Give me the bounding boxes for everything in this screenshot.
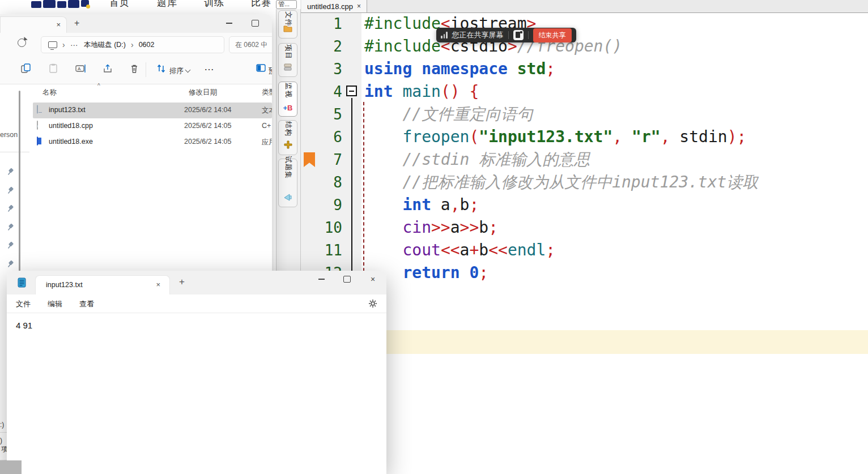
explorer-titlebar[interactable]: × + xyxy=(0,14,272,33)
sort-button[interactable]: 排序 xyxy=(169,66,190,76)
line-number[interactable]: 11 xyxy=(300,239,342,262)
share-status-text: 您正在共享屏幕 xyxy=(452,30,504,40)
sidebar-tab-试题集[interactable]: 试题集 xyxy=(278,159,297,207)
file-row[interactable]: input123.txt2025/6/2 14:04文本 xyxy=(33,103,272,118)
explorer-toolbar: A 排序 … 预览 xyxy=(0,57,272,84)
line-number[interactable]: 9 xyxy=(300,194,342,216)
paste-icon[interactable] xyxy=(48,63,58,76)
pin-icon[interactable] xyxy=(7,241,14,251)
settings-gear-icon[interactable] xyxy=(368,299,377,310)
browser-nav-item[interactable]: 题库 xyxy=(157,0,177,9)
nav-scrollbar[interactable] xyxy=(19,91,20,272)
breadcrumb-folder[interactable]: 0602 xyxy=(139,41,155,49)
column-header-type[interactable]: 类型 xyxy=(262,88,272,97)
code-line: 10 cin>>a>>b; xyxy=(300,216,868,239)
sidebar-tab-label: 试题集 xyxy=(283,156,293,179)
notepad-maximize-button[interactable] xyxy=(334,271,359,288)
exe-file-icon xyxy=(37,137,38,145)
sidebar-tab-文件[interactable]: 文件 xyxy=(278,10,297,39)
copy-icon[interactable] xyxy=(21,63,31,76)
file-type: 应用 xyxy=(262,138,272,147)
line-number[interactable]: 2 xyxy=(300,35,342,58)
rename-icon[interactable]: A xyxy=(75,63,87,76)
pin-icon[interactable] xyxy=(7,204,14,215)
notepad-close-button[interactable]: × xyxy=(360,271,385,288)
browser-nav-item[interactable]: 首页 xyxy=(109,0,130,9)
delete-icon[interactable] xyxy=(129,63,139,76)
notepad-menu-file[interactable]: 文件 xyxy=(16,299,31,309)
address-bar[interactable]: › … 本地磁盘 (D:) › 0602 xyxy=(41,36,224,53)
notepad-menu-view[interactable]: 查看 xyxy=(79,299,94,309)
code-text[interactable]: //stdin 标准输入的意思 xyxy=(364,148,590,171)
toolbar-more-button[interactable]: … xyxy=(204,61,215,73)
preview-button[interactable]: 预览 xyxy=(269,66,272,76)
editor-tab-untitled18[interactable]: untitled18.cpp × xyxy=(301,0,367,12)
code-text[interactable]: int main() { xyxy=(364,80,479,103)
refresh-icon[interactable] xyxy=(18,39,26,47)
notepad-tab[interactable]: input123.txt × xyxy=(35,275,170,294)
sidebar-tab-label: 结构 xyxy=(283,121,293,136)
pin-icon[interactable] xyxy=(7,168,14,178)
notepad-tab-close-icon[interactable]: × xyxy=(156,280,160,289)
stop-sharing-button[interactable]: 结束共享 xyxy=(533,28,572,42)
code-text[interactable]: //文件重定向语句 xyxy=(364,103,533,126)
site-logo[interactable] xyxy=(31,0,91,8)
column-header-date[interactable]: 修改日期 xyxy=(189,88,217,97)
notepad-minimize-button[interactable] xyxy=(309,271,334,288)
explorer-new-tab-button[interactable]: + xyxy=(74,18,79,28)
pin-icon[interactable] xyxy=(7,186,14,197)
code-text[interactable]: //把标准输入修改为从文件中input123.txt读取 xyxy=(364,171,758,194)
share-window-icon[interactable] xyxy=(513,30,524,40)
code-text[interactable]: freopen("input123.txt", "r", stdin); xyxy=(364,126,746,148)
sidebar-tab-结构[interactable]: 结构 xyxy=(278,120,297,155)
sidebar-tab-项目[interactable]: 项目 xyxy=(278,43,297,77)
explorer-tab[interactable]: × xyxy=(0,16,67,33)
code-text[interactable]: cin>>a>>b; xyxy=(364,216,498,239)
line-number[interactable]: 4 xyxy=(300,80,342,103)
editor-tab-close-icon[interactable]: × xyxy=(357,2,361,10)
explorer-maximize-button[interactable] xyxy=(252,20,259,27)
divider xyxy=(508,31,509,39)
code-text[interactable]: cout<<a+b<<endl; xyxy=(364,239,555,262)
nav-pane-fragment[interactable]: erson xyxy=(0,131,18,139)
share-icon[interactable] xyxy=(103,63,113,76)
file-row[interactable]: CPPuntitled18.cpp2025/6/2 14:05C+ xyxy=(33,118,272,134)
code-line: 8 //把标准输入修改为从文件中input123.txt读取 xyxy=(300,171,868,194)
pin-icon[interactable] xyxy=(7,223,14,233)
line-number[interactable]: 1 xyxy=(300,12,342,35)
breadcrumb-drive[interactable]: 本地磁盘 (D:) xyxy=(84,40,126,50)
file-date: 2025/6/2 14:05 xyxy=(184,122,231,130)
notepad-titlebar[interactable]: input123.txt × + × xyxy=(7,271,386,294)
sidebar-tab-监视[interactable]: 监视+B xyxy=(278,82,297,117)
code-text[interactable]: using namespace std; xyxy=(364,58,555,80)
breadcrumb-ellipsis[interactable]: … xyxy=(70,39,79,48)
project-icon xyxy=(283,63,292,73)
line-number[interactable]: 3 xyxy=(300,58,342,80)
signal-bars-icon xyxy=(441,32,448,39)
browser-nav-item[interactable]: 训练 xyxy=(204,0,224,9)
browser-nav-item[interactable]: 比赛 xyxy=(251,0,271,9)
code-line: 6 freopen("input123.txt", "r", stdin); xyxy=(300,126,868,148)
notepad-new-tab-button[interactable]: + xyxy=(179,276,185,288)
pin-icon[interactable] xyxy=(7,260,14,270)
explorer-minimize-button[interactable] xyxy=(226,23,232,24)
code-text[interactable]: int a,b; xyxy=(364,194,479,216)
line-number[interactable]: 10 xyxy=(300,216,342,239)
problemset-icon xyxy=(283,193,292,203)
sidebar-tab-label: 项目 xyxy=(283,44,293,59)
search-input[interactable]: 在 0602 中 xyxy=(229,36,272,53)
file-type: C+ xyxy=(262,122,271,130)
notepad-menu-edit[interactable]: 编辑 xyxy=(48,299,62,309)
code-area[interactable]: 1#include<iostream>2#include<cstdio>//fr… xyxy=(300,12,868,284)
preview-icon[interactable] xyxy=(256,63,266,75)
browser-overflow-tab[interactable]: 管... xyxy=(276,0,297,9)
line-number[interactable]: 6 xyxy=(300,126,342,148)
line-number[interactable]: 5 xyxy=(300,103,342,126)
line-number[interactable]: 8 xyxy=(300,171,342,194)
file-row[interactable]: untitled18.exe2025/6/2 14:05应用 xyxy=(33,134,272,150)
notepad-text-content[interactable]: 4 91 xyxy=(16,321,32,330)
column-header-name[interactable]: 名称 xyxy=(42,88,57,97)
structure-icon xyxy=(284,140,292,151)
fold-collapse-icon[interactable] xyxy=(346,86,357,96)
explorer-tab-close-icon[interactable]: × xyxy=(56,20,61,29)
